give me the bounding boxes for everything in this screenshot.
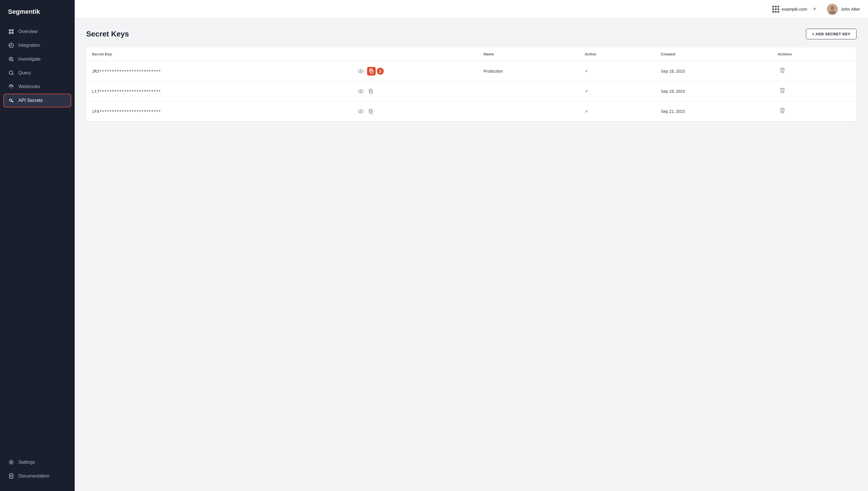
active-check-icon: ✓ (585, 109, 588, 114)
active-cell: ✓ (579, 102, 655, 121)
query-icon (8, 70, 15, 76)
sidebar-item-integration[interactable]: Integration (3, 38, 71, 52)
sidebar-bottom: Settings Documentation (0, 452, 75, 491)
svg-point-22 (360, 111, 361, 112)
col-name: Name (478, 47, 579, 61)
col-actions-inline (351, 47, 478, 61)
svg-rect-20 (370, 90, 373, 94)
table-header-row: Secret Key Name Active Created Actions (86, 47, 857, 61)
grid-icon (8, 28, 15, 35)
page-header: Secret Keys + ADD SECRET KEY (86, 29, 857, 39)
svg-rect-2 (9, 32, 11, 34)
key-icon (8, 97, 15, 104)
svg-rect-23 (370, 110, 373, 114)
sidebar-item-investigate[interactable]: Investigate (3, 52, 71, 66)
main-wrapper: example.com + John Alter Secret Keys + A… (75, 0, 868, 491)
sidebar-item-api-secrets[interactable]: API Secrets (3, 94, 71, 107)
integration-icon (8, 42, 15, 49)
sidebar-item-label: Documentation (19, 473, 50, 479)
svg-point-19 (360, 90, 361, 92)
delete-button[interactable] (778, 66, 787, 76)
svg-point-8 (9, 71, 12, 75)
view-key-button[interactable] (357, 88, 365, 94)
sidebar-item-documentation[interactable]: Documentation (3, 469, 71, 483)
annotation-badge-2: 2 (377, 68, 384, 75)
sidebar-item-webhooks[interactable]: Webhooks (3, 80, 71, 94)
svg-point-9 (11, 87, 12, 88)
secret-keys-table-wrapper: Secret Key Name Active Created Actions J… (86, 47, 857, 121)
investigate-icon (8, 56, 15, 62)
table-row: Lt7************************* (86, 81, 857, 102)
svg-rect-17 (370, 70, 373, 74)
created-cell: Sep 19, 2023 (655, 81, 772, 102)
add-workspace-button[interactable]: + (812, 6, 818, 12)
svg-point-11 (10, 461, 12, 463)
add-secret-key-button[interactable]: + ADD SECRET KEY (806, 29, 857, 39)
sidebar-item-label: Integration (19, 43, 40, 48)
name-cell: Production (478, 61, 579, 81)
view-key-button[interactable] (357, 68, 365, 75)
sidebar-nav: Overview Integration Investigate (0, 22, 75, 452)
svg-rect-3 (11, 32, 13, 34)
sidebar-item-label: Webhooks (19, 84, 40, 89)
sidebar-item-label: Query (19, 70, 31, 76)
key-actions-cell (351, 102, 478, 121)
table-row: JR3************************* (86, 61, 857, 81)
svg-point-14 (830, 6, 834, 10)
key-value: Lt7************************* (92, 89, 161, 94)
col-created: Created (655, 47, 772, 61)
sidebar-item-settings[interactable]: Settings (3, 455, 71, 469)
delete-button[interactable] (778, 107, 787, 116)
delete-button[interactable] (778, 86, 787, 96)
col-secret-key: Secret Key (86, 47, 351, 61)
delete-cell (772, 102, 857, 121)
sidebar-item-label: API Secrets (19, 98, 42, 103)
active-check-icon: ✓ (585, 89, 588, 94)
content: Secret Keys + ADD SECRET KEY Secret Key … (75, 18, 868, 491)
key-value: iFA************************* (92, 109, 161, 114)
docs-icon (8, 473, 15, 479)
active-cell: ✓ (579, 61, 655, 81)
page-title: Secret Keys (86, 30, 129, 38)
created-cell: Sep 18, 2023 (655, 61, 772, 81)
sidebar: Segmentik Overview Integrat (0, 0, 75, 491)
created-cell: Sep 21, 2023 (655, 102, 772, 121)
svg-point-5 (9, 45, 11, 46)
sidebar-item-overview[interactable]: Overview (3, 25, 71, 38)
app-logo: Segmentik (0, 0, 75, 22)
active-check-icon: ✓ (585, 68, 588, 74)
svg-point-7 (10, 58, 11, 59)
name-cell (478, 81, 579, 102)
key-cell: JR3************************* (86, 61, 351, 81)
sidebar-item-label: Investigate (19, 57, 40, 62)
delete-cell (772, 81, 857, 102)
copy-key-button-highlighted[interactable] (367, 67, 376, 76)
key-value: JR3************************* (92, 69, 161, 74)
secret-keys-table: Secret Key Name Active Created Actions J… (86, 47, 857, 121)
table-row: iFA************************* (86, 102, 857, 121)
avatar (827, 4, 838, 15)
grid-icon (772, 6, 779, 12)
user-name: John Alter (841, 7, 860, 11)
active-cell: ✓ (579, 81, 655, 102)
key-actions-cell (351, 81, 478, 102)
col-actions: Actions (772, 47, 857, 61)
workspace-name: example.com (782, 7, 807, 11)
key-actions-cell: 2 (351, 61, 478, 81)
key-cell: Lt7************************* (86, 81, 351, 102)
copy-key-button[interactable] (367, 88, 375, 95)
svg-rect-0 (9, 29, 11, 31)
col-active: Active (579, 47, 655, 61)
sidebar-item-label: Overview (19, 29, 38, 34)
delete-cell (772, 61, 857, 81)
webhooks-icon (8, 84, 15, 90)
sidebar-item-label: Settings (19, 460, 35, 465)
sidebar-item-query[interactable]: Query (3, 66, 71, 80)
topbar: example.com + John Alter (75, 0, 868, 18)
svg-rect-1 (11, 29, 13, 31)
topbar-divider (822, 5, 822, 13)
view-key-button[interactable] (357, 108, 365, 115)
user-menu[interactable]: John Alter (827, 4, 860, 15)
workspace-selector[interactable]: example.com (772, 6, 807, 12)
copy-key-button[interactable] (367, 108, 375, 115)
